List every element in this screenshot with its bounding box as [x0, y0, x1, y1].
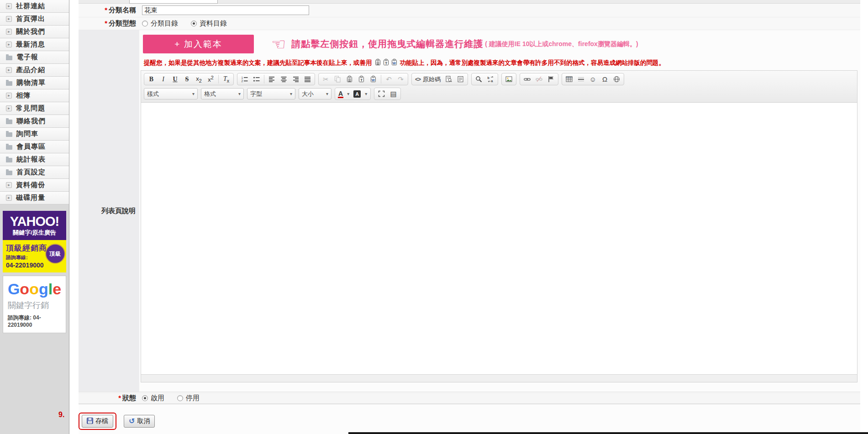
status-option-label[interactable]: 啟用: [151, 394, 164, 403]
preview-button[interactable]: [443, 74, 454, 84]
sidebar-item[interactable]: ▸最新消息: [0, 38, 69, 51]
remove-format-button[interactable]: Tx: [221, 74, 232, 84]
bold-button[interactable]: B: [146, 74, 157, 84]
show-blocks-button[interactable]: ▤: [388, 89, 399, 99]
category-name-label: *分類名稱: [79, 6, 139, 15]
paste-word-icon: W: [391, 59, 398, 67]
style-select[interactable]: 樣式▾: [144, 88, 198, 99]
yahoo-ad-top: YAHOO! 關鍵字/原生廣告: [3, 211, 66, 240]
link-button[interactable]: [521, 74, 533, 84]
sidebar-item-label: 磁碟用量: [16, 193, 45, 202]
replace-button[interactable]: ba: [485, 74, 496, 84]
text-color-button[interactable]: A▾: [337, 89, 351, 99]
save-button[interactable]: 存檔: [82, 415, 113, 428]
editor-toolbar: BIUSx2x2Tx12✂TW↶↷<>原始碼ba☺Ω樣式▾格式▾字型▾大小▾A▾…: [141, 71, 857, 103]
sidebar-item[interactable]: 首頁設定: [0, 166, 69, 179]
cut-button: ✂: [320, 74, 331, 84]
yahoo-ad-bottom: 頂級經銷商 諮詢專線: 04-22019000 頂級: [3, 240, 66, 272]
partial-input[interactable]: [129, 0, 218, 4]
anchor-button[interactable]: [545, 74, 557, 84]
toolbar-separator: [381, 75, 381, 84]
toolbar-group: ▤: [374, 88, 401, 100]
toolbar-group: [501, 73, 516, 85]
paste-button[interactable]: [344, 74, 355, 84]
strike-button[interactable]: S: [181, 74, 193, 84]
category-type-radio-unchecked[interactable]: [142, 21, 148, 26]
yahoo-ad-banner[interactable]: YAHOO! 關鍵字/原生廣告 頂級經銷商 諮詢專線: 04-22019000 …: [3, 211, 66, 272]
format-select[interactable]: 格式▾: [201, 88, 244, 99]
google-hotline: 諮詢專線: 04-22019000: [6, 314, 63, 328]
align-right-button[interactable]: [290, 74, 301, 84]
sidebar-item[interactable]: 電子報: [0, 51, 69, 64]
background-color-button[interactable]: A▾: [352, 89, 369, 99]
folder-icon: [6, 81, 12, 86]
google-logo: Google: [6, 281, 63, 297]
unlink-button: [533, 74, 545, 84]
status-radio-unchecked[interactable]: [177, 395, 183, 401]
toolbar-group: 12: [237, 73, 315, 85]
sidebar-item-label: 產品介紹: [16, 66, 45, 74]
sidebar-item[interactable]: ▸首頁彈出: [0, 13, 69, 26]
category-type-radio-checked[interactable]: [191, 21, 197, 26]
sidebar-item-label: 社群連結: [16, 2, 45, 10]
templates-button[interactable]: [455, 74, 466, 84]
sidebar-item[interactable]: ▸產品介紹: [0, 64, 69, 77]
underline-button[interactable]: U: [169, 74, 181, 84]
style-select-value: 樣式: [147, 90, 159, 98]
sidebar: ▸社群連結▸首頁彈出▸關於我們▸最新消息電子報▸產品介紹購物清單▸相簿▸常見問題…: [0, 0, 69, 434]
special-char-button[interactable]: Ω: [599, 74, 610, 84]
sidebar-item[interactable]: 購物清單: [0, 77, 69, 89]
category-type-option-label[interactable]: 分類目錄: [151, 19, 178, 28]
image-button[interactable]: [503, 74, 515, 84]
toolbar-group: ba: [471, 73, 498, 85]
sidebar-item[interactable]: ▸社群連結: [0, 0, 69, 13]
sidebar-item[interactable]: 聯絡我們: [0, 115, 69, 128]
category-type-label: *分類型態: [79, 19, 139, 28]
size-select[interactable]: 大小▾: [299, 88, 331, 99]
numbered-list-button[interactable]: 12: [239, 74, 250, 84]
category-name-input[interactable]: [142, 5, 309, 15]
sidebar-item[interactable]: ▸關於我們: [0, 26, 69, 38]
chevron-right-icon: ▸: [6, 105, 12, 111]
status-option-label[interactable]: 停用: [186, 394, 200, 403]
align-center-button[interactable]: [278, 74, 289, 84]
cancel-button[interactable]: ↺ 取消: [124, 415, 155, 428]
category-type-option-0[interactable]: 分類目錄: [142, 19, 178, 28]
category-type-option-label[interactable]: 資料目錄: [200, 19, 227, 28]
sidebar-item[interactable]: ▸相簿: [0, 89, 69, 102]
status-options: 啟用停用: [139, 394, 860, 403]
status-option-0[interactable]: 啟用: [142, 394, 164, 403]
source-button[interactable]: <>原始碼: [413, 74, 442, 84]
sidebar-item[interactable]: 會員專區: [0, 141, 69, 153]
table-button[interactable]: [563, 74, 575, 84]
paste-word-button[interactable]: W: [368, 74, 379, 84]
subscript-button[interactable]: x2: [193, 74, 205, 84]
smiley-button[interactable]: ☺: [587, 74, 599, 84]
toolbar-row-1: BIUSx2x2Tx12✂TW↶↷<>原始碼ba☺Ω: [144, 73, 854, 85]
status-radio-checked[interactable]: [142, 395, 148, 401]
horizontal-rule-button[interactable]: [575, 74, 587, 84]
font-select[interactable]: 字型▾: [247, 88, 295, 99]
editor-canvas[interactable]: [141, 103, 857, 374]
sidebar-item[interactable]: 統計報表: [0, 153, 69, 166]
align-left-button[interactable]: [266, 74, 278, 84]
iframe-button[interactable]: [611, 74, 622, 84]
paste-text-button[interactable]: T: [356, 74, 367, 84]
maximize-button[interactable]: [376, 89, 387, 99]
sidebar-item[interactable]: ▸資料備份: [0, 179, 69, 192]
size-select-value: 大小: [302, 90, 314, 98]
bulleted-list-button[interactable]: [251, 74, 262, 84]
find-button[interactable]: [473, 74, 484, 84]
sidebar-item[interactable]: ▸常見問題: [0, 102, 69, 115]
google-ad-banner[interactable]: Google 關鍵字行銷 諮詢專線: 04-22019000: [3, 276, 66, 333]
superscript-button[interactable]: x2: [205, 74, 216, 84]
status-option-1[interactable]: 停用: [177, 394, 200, 403]
align-justify-button[interactable]: [302, 74, 313, 84]
footer-bar: 9. 存檔 ↺ 取消: [79, 404, 860, 434]
list-description-label: 列表頁說明: [79, 30, 139, 392]
category-type-option-1[interactable]: 資料目錄: [191, 19, 227, 28]
sidebar-item[interactable]: ▸磁碟用量: [0, 192, 69, 204]
italic-button[interactable]: I: [158, 74, 169, 84]
add-template-button[interactable]: + 加入範本: [143, 35, 254, 53]
sidebar-item[interactable]: 詢問車: [0, 128, 69, 141]
